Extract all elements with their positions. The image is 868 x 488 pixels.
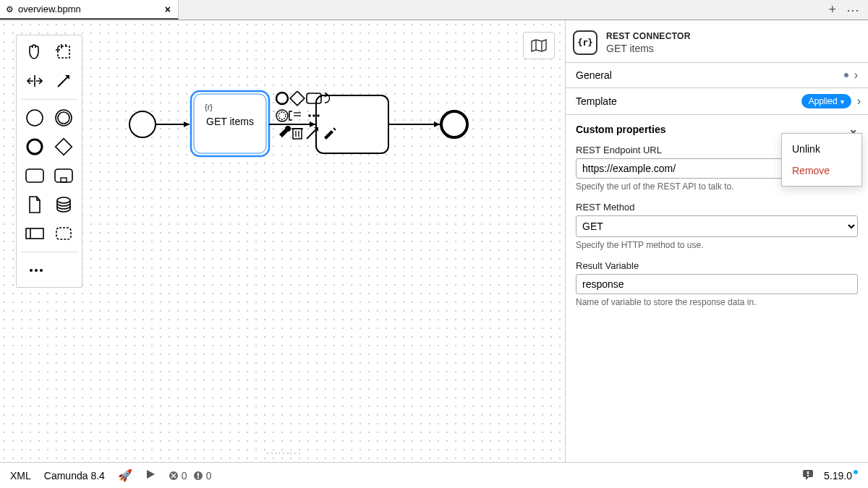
chevron-right-icon: › [857,95,861,108]
tabbar-actions: + ⋯ [828,0,868,20]
ctx-color-icon[interactable] [324,128,336,140]
engine-label[interactable]: Camunda 8.4 [44,470,105,481]
method-help: Specify the HTTP method to use. [576,240,858,250]
rocket-icon[interactable]: 🚀 [118,468,132,482]
context-pad [275,91,339,142]
status-bar: XML Camunda 8.4 🚀 0 0 5.19.0 [0,462,868,488]
method-select[interactable]: GET [576,215,858,237]
errors-count[interactable]: 0 [169,470,187,481]
svg-rect-24 [290,91,305,106]
connector-type-label: REST CONNECTOR [606,31,691,41]
selected-task-label: GET items [191,116,269,127]
tab-title: overview.bpmn [18,4,81,14]
properties-panel: {r} REST CONNECTOR GET items General › T… [566,20,868,462]
main-area: {r} GET items [0,20,868,462]
start-event[interactable] [129,111,156,137]
svg-line-37 [307,129,317,139]
connector-name-label: GET items [606,43,691,54]
ctx-task-icon[interactable] [307,93,321,103]
xml-toggle[interactable]: XML [10,470,31,481]
ctx-connect-icon[interactable] [307,127,318,139]
svg-point-30 [308,114,311,117]
svg-point-23 [276,93,288,104]
chevron-down-icon: ▾ [841,98,844,106]
ctx-end-event-icon[interactable] [276,93,288,104]
tab-bar: ⚙ overview.bpmn × + ⋯ [0,0,868,20]
result-help: Name of variable to store the response d… [576,297,858,307]
warnings-count[interactable]: 0 [193,470,212,481]
svg-rect-42 [197,473,199,476]
group-template[interactable]: Template Applied ▾ › [566,87,868,114]
bpmn-svg: {r} [0,20,566,462]
ctx-more-icon[interactable] [308,114,320,117]
diagram-canvas[interactable]: {r} GET items [0,20,566,462]
svg-rect-45 [807,471,809,474]
add-tab-icon[interactable]: + [828,2,836,17]
feedback-icon[interactable] [802,468,814,482]
ctx-replace-icon[interactable] [325,93,330,103]
close-icon[interactable]: × [165,4,171,15]
svg-text:{r}: {r} [205,103,213,111]
result-label: Result Variable [576,260,858,271]
template-dropdown: Unlink Remove [781,133,862,187]
ctx-gateway-icon[interactable] [290,91,305,106]
gear-icon: ⚙ [6,4,14,14]
update-dot-icon [854,470,858,474]
dirty-dot-icon [844,73,848,77]
result-input[interactable] [576,274,858,294]
end-event[interactable] [441,111,467,137]
group-general-label: General [576,69,612,81]
badge-label: Applied [809,96,838,106]
panel-header: {r} REST CONNECTOR GET items [566,20,868,62]
more-icon[interactable]: ⋯ [846,2,859,18]
svg-rect-46 [807,475,809,476]
svg-rect-33 [293,129,302,139]
tab-overview[interactable]: ⚙ overview.bpmn × [0,0,179,20]
svg-point-32 [317,114,320,117]
svg-rect-25 [307,93,321,103]
menu-remove[interactable]: Remove [782,160,861,181]
method-label: REST Method [576,202,858,213]
connector-icon: {r} [573,30,597,55]
group-general[interactable]: General › [566,62,868,87]
chevron-right-icon: › [854,69,858,82]
template-applied-badge[interactable]: Applied ▾ [801,94,851,108]
group-template-label: Template [576,95,617,107]
section-title-label: Custom properties [576,124,665,135]
ctx-annotation-icon[interactable] [289,111,301,120]
ctx-intermediate-event-icon[interactable] [276,110,288,121]
svg-point-31 [312,114,315,117]
version-label[interactable]: 5.19.0 [824,470,858,481]
ctx-wrench-icon[interactable] [279,126,291,137]
ctx-delete-icon[interactable] [292,129,303,139]
play-icon[interactable] [145,469,156,481]
menu-unlink[interactable]: Unlink [782,138,861,160]
svg-point-27 [278,112,286,119]
svg-rect-43 [197,477,199,479]
